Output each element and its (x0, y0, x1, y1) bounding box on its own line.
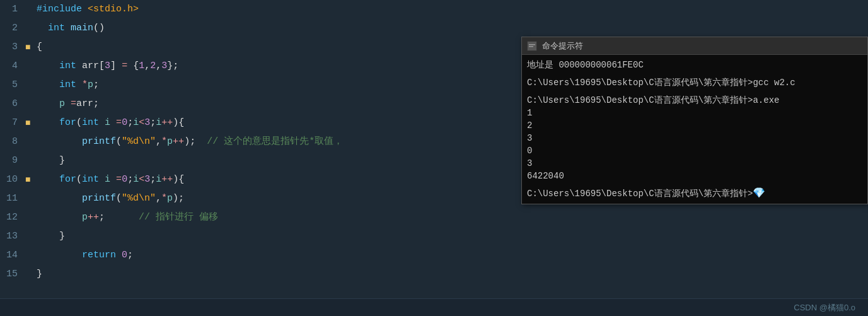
cmd-output: 3 (527, 133, 532, 143)
cmd-path: C:\Users\19695\Desktop\C语言源代码\第六章指针>gcc … (527, 78, 796, 88)
cmd-body: 地址是 000000000061FE0C C:\Users\19695\Desk… (522, 55, 867, 204)
line-number: 2 (0, 19, 25, 38)
line-number: 9 (0, 151, 25, 170)
cmd-line: C:\Users\19695\Desktop\C语言源代码\第六章指针>💎 (527, 187, 862, 200)
line-number: 6 (0, 95, 25, 114)
cmd-line: 3 (527, 157, 862, 170)
cmd-line: 1 (527, 107, 862, 119)
credit-text: CSDN @橘猫0.o (794, 302, 855, 313)
code-editor: 1#include <stdio.h>2 int main()3■{4 int … (0, 0, 868, 316)
cmd-output: 6422040 (527, 171, 564, 181)
cmd-addr: 地址是 000000000061FE0C (527, 60, 644, 70)
cmd-prompt: C:\Users\19695\Desktop\C语言源代码\第六章指针> (527, 189, 753, 199)
cmd-line: 0 (527, 144, 862, 157)
cmd-window: 命令提示符 地址是 000000000061FE0C C:\Users\1969… (521, 37, 868, 204)
line-number: 14 (0, 246, 25, 265)
line-number: 11 (0, 189, 25, 208)
cmd-title: 命令提示符 (542, 40, 583, 52)
line-number: 5 (0, 76, 25, 95)
cmd-line: 2 (527, 119, 862, 132)
line-number: 12 (0, 208, 25, 227)
bottom-bar: CSDN @橘猫0.o (0, 298, 868, 316)
line-content: int main() (34, 19, 868, 38)
cmd-output: 1 (527, 108, 532, 118)
cmd-line: 3 (527, 132, 862, 144)
line-number: 15 (0, 265, 25, 284)
svg-rect-2 (529, 46, 533, 47)
cmd-line (527, 182, 862, 187)
code-line-2: 2 int main() (0, 19, 868, 38)
line-marker: ■ (25, 170, 34, 189)
cmd-output: 3 (527, 158, 532, 168)
cmd-line: 地址是 000000000061FE0C (527, 59, 862, 71)
line-number: 1 (0, 0, 25, 19)
svg-rect-1 (529, 44, 535, 45)
line-number: 10 (0, 170, 25, 189)
cmd-output: 2 (527, 120, 532, 131)
line-content: return 0; (34, 246, 868, 265)
line-content: } (34, 227, 868, 246)
line-number: 3 (0, 38, 25, 57)
cmd-path: C:\Users\19695\Desktop\C语言源代码\第六章指针>a.ex… (527, 95, 779, 105)
cmd-line: C:\Users\19695\Desktop\C语言源代码\第六章指针>gcc … (527, 76, 862, 89)
line-content: } (34, 265, 868, 284)
cmd-line (527, 89, 862, 94)
line-content: #include <stdio.h> (34, 0, 868, 19)
line-number: 7 (0, 114, 25, 132)
diamond-icon: 💎 (753, 188, 765, 199)
code-line-15: 15} (0, 265, 868, 284)
code-line-12: 12 p++; // 指针进行 偏移 (0, 208, 868, 227)
line-marker: ■ (25, 114, 34, 132)
cmd-icon (527, 41, 537, 51)
line-number: 8 (0, 132, 25, 151)
code-line-1: 1#include <stdio.h> (0, 0, 868, 19)
cmd-output: 0 (527, 146, 532, 156)
cmd-titlebar: 命令提示符 (522, 37, 867, 55)
cmd-line: C:\Users\19695\Desktop\C语言源代码\第六章指针>a.ex… (527, 94, 862, 107)
line-content: p++; // 指针进行 偏移 (34, 208, 868, 227)
code-line-14: 14 return 0; (0, 246, 868, 265)
line-number: 13 (0, 227, 25, 246)
cmd-line (527, 71, 862, 76)
code-line-13: 13 } (0, 227, 868, 246)
line-marker: ■ (25, 38, 34, 57)
line-number: 4 (0, 57, 25, 76)
cmd-line: 6422040 (527, 170, 862, 182)
